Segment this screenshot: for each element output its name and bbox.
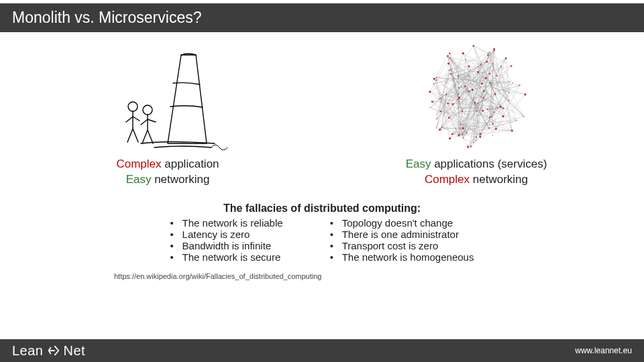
svg-line-232	[465, 66, 469, 86]
svg-point-334	[464, 86, 466, 88]
svg-point-275	[462, 127, 464, 129]
svg-point-335	[463, 138, 464, 139]
logo-word: Lean	[12, 343, 44, 359]
svg-point-274	[492, 123, 494, 125]
svg-point-280	[458, 99, 459, 100]
svg-line-240	[461, 66, 501, 125]
svg-point-372	[449, 73, 451, 74]
monolith-cartoon	[80, 43, 255, 150]
brand-logo: Lean Net	[12, 343, 85, 359]
svg-point-281	[489, 82, 490, 84]
svg-point-342	[452, 103, 454, 105]
svg-line-114	[501, 66, 513, 83]
svg-line-152	[468, 117, 492, 147]
svg-point-350	[477, 103, 478, 104]
svg-line-14	[469, 91, 524, 117]
svg-point-305	[502, 115, 504, 117]
svg-point-332	[508, 100, 510, 101]
svg-line-153	[464, 139, 468, 147]
svg-line-183	[459, 117, 492, 135]
svg-point-296	[458, 77, 459, 78]
svg-point-320	[481, 82, 483, 84]
footer-bar: Lean Net www.leannet.eu	[0, 339, 644, 362]
svg-point-266	[435, 80, 437, 81]
svg-point-306	[477, 71, 479, 73]
caption-word: Easy	[406, 158, 431, 170]
svg-line-172	[430, 107, 480, 134]
svg-point-344	[458, 107, 459, 108]
svg-line-62	[434, 84, 459, 135]
slide-title: Monolith vs. Microservices?	[12, 9, 201, 27]
svg-line-215	[458, 66, 478, 76]
svg-point-271	[524, 93, 526, 95]
svg-point-367	[436, 127, 437, 128]
recycle-icon	[46, 343, 61, 358]
svg-line-175	[484, 91, 492, 117]
svg-point-279	[511, 129, 513, 131]
svg-point-273	[449, 57, 451, 58]
svg-line-9	[453, 85, 520, 105]
svg-point-322	[445, 94, 447, 95]
svg-point-358	[441, 127, 443, 128]
svg-point-294	[435, 77, 436, 78]
title-bar: Monolith vs. Microservices?	[0, 0, 644, 32]
svg-point-308	[430, 107, 431, 108]
svg-point-370	[468, 65, 470, 67]
caption-word: networking	[151, 173, 209, 186]
svg-point-302	[500, 106, 502, 108]
svg-point-276	[472, 88, 474, 90]
slide-body: Complex application Easy networking	[0, 32, 644, 339]
svg-point-301	[467, 146, 469, 148]
svg-line-208	[446, 64, 480, 95]
svg-point-341	[489, 117, 490, 118]
svg-point-287	[485, 101, 486, 101]
svg-point-310	[491, 116, 492, 117]
svg-point-313	[517, 120, 517, 121]
svg-point-366	[489, 72, 490, 74]
svg-point-365	[479, 135, 481, 137]
svg-point-318	[476, 137, 477, 138]
svg-line-233	[464, 139, 474, 143]
svg-point-297	[450, 68, 451, 70]
svg-line-188	[488, 109, 494, 112]
fallacies-title: The fallacies of distributed computing:	[27, 202, 617, 215]
svg-point-368	[497, 107, 498, 108]
svg-point-364	[449, 70, 450, 71]
caption-word: application	[162, 158, 219, 170]
svg-point-284	[494, 93, 496, 95]
svg-point-357	[461, 86, 462, 87]
svg-line-28	[474, 46, 488, 52]
svg-point-333	[447, 55, 449, 57]
svg-point-339	[500, 66, 502, 67]
network-graph	[389, 43, 564, 150]
footer-url: www.leannet.eu	[575, 346, 632, 355]
logo-word: Net	[64, 343, 86, 359]
caption-word: networking	[470, 173, 528, 186]
svg-point-272	[482, 110, 484, 112]
svg-point-327	[458, 94, 460, 95]
monolith-caption: Complex application Easy networking	[116, 157, 219, 188]
svg-point-355	[476, 140, 476, 141]
list-item: Latency is zero	[170, 229, 283, 240]
svg-point-337	[473, 142, 474, 143]
svg-point-362	[439, 129, 441, 131]
svg-point-286	[462, 134, 463, 135]
list-item: The network is reliable	[170, 217, 283, 229]
svg-line-123	[436, 56, 448, 78]
svg-line-220	[436, 64, 448, 128]
svg-point-326	[492, 108, 492, 109]
svg-line-31	[496, 95, 525, 129]
svg-point-353	[440, 111, 442, 113]
svg-point-345	[493, 48, 495, 50]
svg-point-304	[458, 87, 460, 88]
svg-point-293	[433, 78, 435, 80]
list-item: The network is secure	[170, 251, 283, 263]
svg-point-354	[485, 77, 487, 79]
svg-line-124	[436, 66, 479, 77]
svg-point-267	[468, 90, 470, 92]
svg-point-299	[483, 97, 484, 98]
svg-point-283	[474, 102, 476, 104]
svg-point-1	[143, 105, 152, 115]
svg-point-277	[433, 83, 435, 84]
svg-point-0	[128, 102, 138, 111]
